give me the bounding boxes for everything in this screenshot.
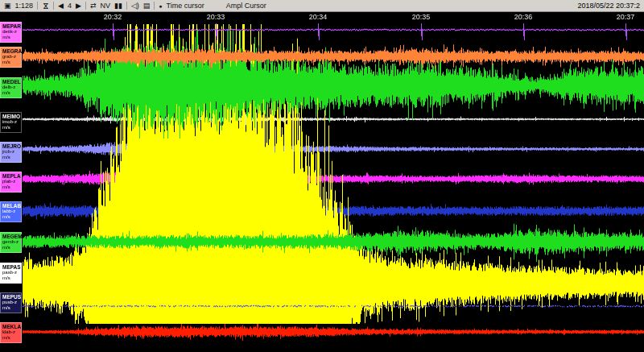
channel-code: grab-z bbox=[2, 54, 20, 60]
next-button[interactable]: ▶ bbox=[76, 2, 81, 10]
channel-label[interactable]: MEPLA plab-z m/s bbox=[0, 172, 22, 193]
channel-code: labb-z bbox=[2, 209, 20, 214]
channel-unit: m/s bbox=[2, 275, 20, 281]
time-cursor-radio[interactable]: ● bbox=[159, 3, 162, 9]
zoom-ratio-label: 1:128 bbox=[15, 2, 34, 10]
channel-unit: m/s bbox=[2, 155, 20, 160]
toolbar-separator bbox=[37, 2, 38, 10]
toolbar-separator bbox=[154, 2, 155, 10]
nv-label: NV bbox=[100, 2, 110, 10]
station-code: MEKLA bbox=[2, 324, 20, 329]
swap-icon[interactable]: ⇄ bbox=[90, 2, 97, 10]
channel-code: pusb-z bbox=[2, 300, 20, 305]
toolbar-separator bbox=[53, 2, 54, 10]
channel-unit: m/s bbox=[2, 184, 20, 190]
station-code: MEPAS bbox=[2, 264, 20, 270]
channel-unit: m/s bbox=[2, 60, 20, 65]
nav-count: 4 bbox=[68, 2, 72, 10]
time-tick-label: 20:33 bbox=[204, 13, 228, 21]
channel-code: pasb-z bbox=[2, 270, 20, 275]
channel-label[interactable]: MEPUS pusb-z m/s bbox=[0, 292, 22, 313]
channel-unit: m/s bbox=[2, 245, 20, 251]
channel-label[interactable]: MEGEM gemb-z m/s bbox=[0, 232, 22, 253]
time-tick-label: 20:37 bbox=[613, 13, 638, 21]
channel-label[interactable]: MEDEL delb-z m/s bbox=[0, 77, 22, 98]
channel-label[interactable]: MELAB labb-z m/s bbox=[0, 201, 22, 222]
station-code: MEIMO bbox=[2, 114, 20, 119]
channel-unit: m/s bbox=[2, 125, 20, 130]
station-code: MEPLA bbox=[2, 173, 20, 179]
channel-label[interactable]: MEIMO imob-z m/s bbox=[0, 112, 22, 133]
station-code: MEJRO bbox=[2, 143, 20, 149]
hourglass-icon[interactable]: ⋈ bbox=[42, 2, 49, 10]
channel-label[interactable]: MEGRA grab-z m/s bbox=[0, 47, 22, 68]
station-code: MEGRA bbox=[2, 48, 20, 54]
channel-unit: m/s bbox=[2, 35, 20, 40]
prev-button[interactable]: ◀ bbox=[58, 2, 64, 10]
toolbar: ▣ 1:128 ⋈ ◀ 4 ▶ ⇄ NV ▮▮ ◁) ▤ ● Time curs… bbox=[0, 0, 644, 12]
time-tick-label: 20:35 bbox=[409, 13, 433, 21]
station-code: MEGEM bbox=[2, 234, 20, 239]
channel-code: gemb-z bbox=[2, 239, 20, 245]
channel-label[interactable]: MEJRO jrob-z m/s bbox=[0, 142, 22, 163]
toolbar-separator bbox=[126, 2, 127, 10]
channel-unit: m/s bbox=[2, 305, 20, 311]
station-code: MEDEL bbox=[2, 79, 20, 85]
channel-code: plab-z bbox=[2, 179, 20, 184]
channel-unit: m/s bbox=[2, 335, 20, 341]
time-tick-label: 20:32 bbox=[101, 13, 125, 21]
time-tick-label: 20:34 bbox=[306, 13, 330, 21]
printer-icon[interactable]: ▤ bbox=[143, 2, 151, 10]
station-code: MEPUS bbox=[2, 294, 20, 300]
channel-label[interactable]: MEPAR detik-z m/s bbox=[0, 22, 22, 43]
channel-unit: m/s bbox=[2, 214, 20, 220]
ampl-cursor-label[interactable]: Ampl Cursor bbox=[226, 2, 266, 10]
time-cursor-label[interactable]: Time cursor bbox=[167, 2, 204, 10]
waveform-display[interactable] bbox=[0, 0, 644, 352]
channel-unit: m/s bbox=[2, 90, 20, 96]
speaker-icon[interactable]: ◁) bbox=[131, 2, 139, 10]
pause-icon[interactable]: ▮▮ bbox=[114, 2, 122, 10]
time-tick-label: 20:36 bbox=[511, 13, 535, 21]
channel-code: delb-z bbox=[2, 85, 20, 90]
channel-code: jrob-z bbox=[2, 149, 20, 155]
app-icon: ▣ bbox=[4, 2, 11, 10]
station-code: MELAB bbox=[2, 203, 20, 209]
channel-label[interactable]: MEKLA klab-z m/s bbox=[0, 322, 22, 343]
station-code: MEPAR bbox=[2, 23, 20, 29]
toolbar-separator bbox=[85, 2, 86, 10]
channel-code: detik-z bbox=[2, 29, 20, 35]
channel-code: imob-z bbox=[2, 119, 20, 125]
channel-code: klab-z bbox=[2, 329, 20, 335]
channel-label[interactable]: MEPAS pasb-z m/s bbox=[0, 263, 22, 284]
datetime-display: 2018/05/22 20:37:2 bbox=[577, 2, 640, 10]
seismic-viewer-window: 20:32 20:33 20:34 20:35 20:36 20:37 MEPA… bbox=[0, 0, 644, 352]
